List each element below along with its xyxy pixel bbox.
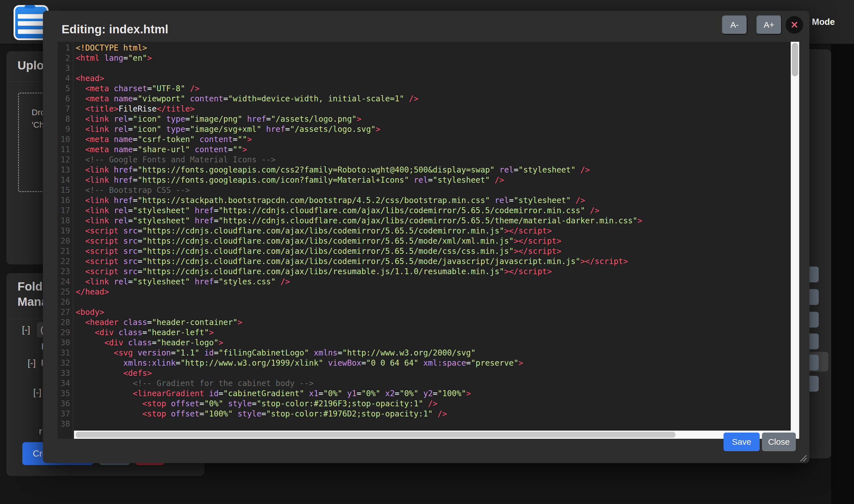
code-line[interactable]: <link rel="stylesheet" href="https://cdn… <box>76 216 642 226</box>
code-token: = <box>395 389 399 398</box>
code-token: = <box>214 216 218 225</box>
code-line[interactable]: <!DOCTYPE html> <box>76 43 642 53</box>
code-token <box>224 399 228 408</box>
code-token: "https://stackpath.bootstrapcdn.com/boot… <box>138 196 490 205</box>
code-line[interactable]: <script src="https://cdnjs.cloudflare.co… <box>76 246 642 256</box>
code-token: = <box>133 94 138 103</box>
code-token: = <box>142 328 147 337</box>
code-line[interactable]: <!-- Google Fonts and Material Icons --> <box>76 155 642 165</box>
code-line[interactable] <box>76 63 642 73</box>
code-token <box>109 277 114 286</box>
tree-item-fragment[interactable]: r <box>39 426 42 436</box>
code-token <box>490 175 495 185</box>
code-token: = <box>123 53 128 63</box>
save-button[interactable]: Save <box>724 433 760 451</box>
tree-toggle[interactable]: [-] <box>28 358 36 368</box>
code-editor[interactable]: 1234567891011121314151617181920212223242… <box>58 42 799 439</box>
code-token: "viewport" <box>138 94 185 103</box>
code-token: = <box>214 348 218 358</box>
line-number: 2 <box>58 53 70 63</box>
modal-title: Editing: index.html <box>61 23 168 36</box>
font-decrease-button[interactable]: A- <box>722 15 747 34</box>
code-line[interactable]: <svg version="1.1" id="filingCabinetLogo… <box>76 348 642 358</box>
code-token: = <box>138 267 142 276</box>
code-token <box>309 348 314 358</box>
code-line[interactable]: <defs> <box>76 368 642 378</box>
vertical-scrollbar[interactable] <box>791 42 799 439</box>
code-token <box>119 236 123 246</box>
code-line[interactable]: <script src="https://cdnjs.cloudflare.co… <box>76 236 642 246</box>
vertical-scrollbar-thumb[interactable] <box>792 43 798 76</box>
code-token: FileRise <box>119 104 157 113</box>
code-token <box>166 399 171 408</box>
code-line[interactable]: <link href="https://stackpath.bootstrapc… <box>76 195 642 205</box>
code-line[interactable] <box>76 297 642 307</box>
code-token: x1 <box>309 389 319 398</box>
code-line[interactable]: xmlns:xlink="http://www.w3.org/1999/xlin… <box>76 358 642 368</box>
code-line[interactable]: <linearGradient id="cabinetGradient" x1=… <box>76 389 642 399</box>
code-token: class <box>119 328 142 337</box>
code-token: /> <box>190 84 200 93</box>
code-line[interactable]: <title>FileRise</title> <box>76 104 642 114</box>
code-token: href <box>114 196 133 205</box>
code-line[interactable]: <stop offset="0%" style="stop-color:#219… <box>76 399 642 409</box>
code-token <box>109 175 114 185</box>
code-line[interactable]: <stop offset="100%" style="stop-color:#1… <box>76 409 642 419</box>
code-line[interactable]: <meta name="csrf-token" content=""> <box>76 134 642 145</box>
code-line[interactable]: <script src="https://cdnjs.cloudflare.co… <box>76 256 642 267</box>
code-token: "0%" <box>399 389 418 398</box>
right-background-panel <box>831 44 854 504</box>
code-token: <meta <box>85 94 109 103</box>
tree-toggle-root[interactable]: [-] <box>22 324 30 335</box>
code-token <box>76 368 123 378</box>
font-increase-button[interactable]: A+ <box>756 15 782 34</box>
code-line[interactable]: <html lang="en"> <box>76 53 642 63</box>
code-line[interactable]: <script src="https://cdnjs.cloudflare.co… <box>76 267 642 277</box>
code-line[interactable]: <div class="header-left"> <box>76 327 642 338</box>
editor-code[interactable]: <!DOCTYPE html><html lang="en"><head> <m… <box>76 43 642 429</box>
code-line[interactable]: <!-- Gradient for the cabinet body --> <box>76 378 642 389</box>
code-line[interactable]: <link rel="stylesheet" href="https://cdn… <box>76 205 642 216</box>
code-line[interactable]: <meta name="share-url" content=""> <box>76 145 642 155</box>
horizontal-scrollbar-thumb[interactable] <box>76 432 676 438</box>
code-line[interactable]: <div class="header-logo"> <box>76 338 642 348</box>
code-token: > <box>247 135 252 144</box>
code-line[interactable]: <link rel="icon" type="image/svg+xml" hr… <box>76 124 642 134</box>
code-line[interactable]: <link href="https://fonts.googleapis.com… <box>76 165 642 175</box>
code-token: src <box>123 226 138 235</box>
code-line[interactable]: <!-- Bootstrap CSS --> <box>76 185 642 195</box>
close-icon[interactable]: ✕ <box>786 16 803 34</box>
code-line[interactable]: <meta name="viewport" content="width=dev… <box>76 94 642 104</box>
code-token: href <box>195 277 213 286</box>
code-line[interactable]: <link rel="stylesheet" href="styles.css"… <box>76 277 642 287</box>
code-token: /> <box>409 94 419 103</box>
code-token: /> <box>428 399 438 408</box>
code-line[interactable]: <script src="https://cdnjs.cloudflare.co… <box>76 226 642 236</box>
line-number: 12 <box>58 155 70 165</box>
code-token: /> <box>575 196 585 205</box>
code-line[interactable]: </head> <box>76 287 642 297</box>
code-token: id <box>204 348 214 358</box>
close-button[interactable]: Close <box>762 433 796 451</box>
code-token: "/assets/logo.svg" <box>290 125 376 134</box>
line-number: 28 <box>58 317 70 327</box>
code-token <box>419 358 423 367</box>
tree-toggle[interactable]: [-] <box>33 387 41 398</box>
code-token: = <box>138 257 142 266</box>
drawer-slat-icon <box>18 14 45 19</box>
code-line[interactable]: <meta charset="UTF-8" /> <box>76 84 642 94</box>
code-line[interactable]: <head> <box>76 73 642 84</box>
horizontal-scrollbar[interactable] <box>74 431 799 439</box>
code-line[interactable] <box>76 419 642 429</box>
code-line[interactable]: <link rel="icon" type="image/png" href="… <box>76 114 642 124</box>
code-line[interactable]: <header class="header-container"> <box>76 317 642 327</box>
code-token: = <box>433 389 438 398</box>
code-token: href <box>247 114 266 124</box>
resize-handle[interactable] <box>799 453 806 461</box>
code-line[interactable]: <body> <box>76 307 642 317</box>
code-line[interactable]: <link href="https://fonts.googleapis.com… <box>76 175 642 185</box>
code-token <box>185 94 190 103</box>
code-token: = <box>266 114 271 124</box>
theme-toggle-button-fragment[interactable]: t Mode <box>806 17 835 27</box>
code-token: rel <box>114 206 128 215</box>
